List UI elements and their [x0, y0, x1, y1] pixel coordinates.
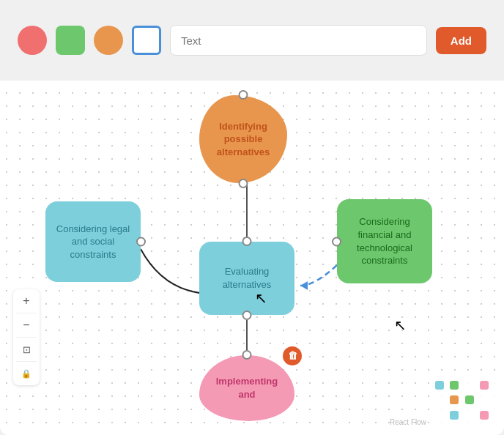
zoom-divider2 — [16, 337, 37, 338]
zoom-divider — [16, 313, 37, 313]
node-evaluate[interactable]: Evaluating alternatives — [199, 242, 294, 315]
legend-dot-7 — [465, 395, 474, 404]
fit-view-button[interactable]: ⊡ — [16, 341, 37, 358]
node-legal[interactable]: Considering legal and social constraints — [45, 201, 141, 282]
canvas[interactable]: Identifying possible alternatives Consid… — [0, 73, 504, 435]
node-identify-label: Identifying possible alternatives — [207, 120, 280, 159]
node-legal-label: Considering legal and social constraints — [54, 223, 132, 261]
zoom-out-button[interactable]: − — [16, 316, 37, 334]
legend-dot-8 — [480, 395, 489, 404]
legend-dot-9 — [435, 411, 444, 420]
legend-dot-4 — [480, 381, 489, 390]
legend-dot-10 — [450, 411, 459, 420]
legend-dot-5 — [435, 395, 444, 404]
add-button[interactable]: Add — [436, 27, 486, 54]
app-container: Add Identifying possible alternatives — [0, 0, 504, 435]
cursor-financial: ↖ — [394, 316, 407, 334]
node-financial-label: Considering financial and technological … — [346, 215, 423, 267]
svg-marker-5 — [300, 281, 308, 290]
delete-badge[interactable]: 🗑 — [283, 346, 302, 365]
legend-dot-11 — [465, 411, 474, 420]
node-identify[interactable]: Identifying possible alternatives — [199, 95, 287, 183]
connector-top-evaluate[interactable] — [242, 237, 252, 246]
circle-shape-btn[interactable] — [18, 26, 47, 55]
toolbar: Add — [0, 0, 504, 81]
square-shape-btn[interactable] — [132, 26, 161, 55]
node-evaluate-label: Evaluating alternatives — [208, 265, 286, 291]
react-flow-label: React Flow — [390, 418, 426, 426]
connector-left-financial[interactable] — [332, 237, 341, 246]
rounded-rect-shape-btn[interactable] — [56, 26, 85, 55]
diamond-shape-btn[interactable] — [94, 26, 123, 55]
lock-button[interactable]: 🔒 — [16, 365, 37, 382]
legend-dot-2 — [450, 381, 459, 390]
connector-bottom-evaluate[interactable] — [242, 311, 252, 320]
node-implement[interactable]: Implementing and 🗑 — [199, 355, 294, 421]
connector-top-implement[interactable] — [242, 350, 252, 360]
node-implement-label: Implementing and — [207, 375, 287, 401]
zoom-controls: + − ⊡ 🔒 — [13, 289, 40, 385]
text-input[interactable] — [170, 25, 427, 56]
legend-dot-3 — [465, 381, 474, 390]
legend-dot-1 — [435, 381, 444, 390]
node-financial[interactable]: Considering financial and technological … — [337, 199, 432, 283]
connector-right-legal[interactable] — [136, 237, 146, 247]
connector-bottom-identify[interactable] — [239, 179, 248, 188]
zoom-divider3 — [16, 361, 37, 362]
connector-top-identify[interactable] — [239, 90, 248, 100]
legend-dot-12 — [480, 411, 489, 420]
zoom-in-button[interactable]: + — [16, 292, 37, 310]
mini-legend — [431, 376, 497, 428]
legend-dot-6 — [450, 395, 459, 404]
